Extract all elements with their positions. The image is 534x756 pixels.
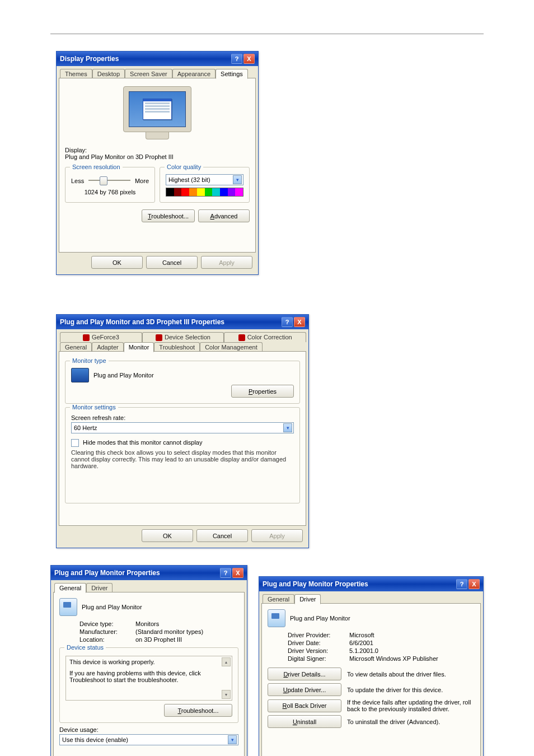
device-status-text: This device is working properly. If you … [65,656,232,701]
location-value: on 3D Prophet III [135,636,182,643]
help-button[interactable]: ? [220,568,231,578]
display-value: Plug and Play Monitor on 3D Prophet III [65,153,250,160]
hide-modes-description: Clearing this check box allows you to se… [71,449,294,469]
chevron-down-icon[interactable]: ▾ [283,423,292,432]
color-quality-title: Color quality [165,164,203,170]
update-driver-description: To update the driver for this device. [347,687,475,693]
driver-provider-value: Microsoft [349,632,374,638]
monitor-type-group: Monitor type Plug and Play Monitor Prope… [65,361,300,404]
window-title: Plug and Play Monitor and 3D Prophet III… [60,318,224,326]
device-usage-value: Use this device (enable) [62,736,128,743]
device-name: Plug and Play Monitor [290,615,350,622]
titlebar[interactable]: Display Properties ? X [57,52,258,66]
help-button[interactable]: ? [456,579,467,589]
apply-button[interactable]: Apply [251,529,303,542]
device-status-group: Device status This device is working pro… [59,647,238,723]
scroll-up-icon[interactable]: ▴ [222,657,231,666]
color-swatch [166,188,243,197]
advanced-button[interactable]: Advanced [198,209,250,222]
hide-modes-label: Hide modes that this monitor cannot disp… [83,439,202,446]
driver-details-description: To view details about the driver files. [347,671,475,678]
close-button[interactable]: X [232,568,243,578]
nvidia-icon [156,334,162,341]
device-type-label: Device type: [79,620,135,627]
tab-settings[interactable]: Settings [216,69,248,79]
troubleshoot-button[interactable]: Troubleshoot... [164,704,232,717]
rollback-driver-button[interactable]: Roll Back Driver [268,699,341,712]
refresh-rate-select[interactable]: 60 Hertz ▾ [71,422,294,433]
monitor-settings-title: Monitor settings [70,404,118,410]
device-status-title: Device status [64,644,106,651]
nvidia-icon [83,334,90,341]
close-button[interactable]: X [243,54,255,64]
uninstall-description: To uninstall the driver (Advanced). [347,718,475,725]
display-properties-dialog: Display Properties ? X Themes Desktop Sc… [56,51,259,275]
nvidia-icon [238,334,245,341]
device-usage-label: Device usage: [59,726,99,733]
driver-date-label: Driver Date: [288,640,349,646]
device-icon [268,609,285,627]
device-name: Plug and Play Monitor [82,604,142,610]
tab-general[interactable]: General [54,583,86,593]
uninstall-button[interactable]: Uninstall [268,715,341,728]
close-button[interactable]: X [294,317,305,327]
window-title: Display Properties [60,55,119,63]
scroll-down-icon[interactable]: ▾ [222,690,231,699]
monitor-preview [118,86,196,142]
device-icon [59,598,77,616]
screen-resolution-title: Screen resolution [70,164,123,170]
monitor-icon [71,368,89,382]
refresh-rate-value: 60 Hertz [74,424,97,431]
device-type-value: Monitors [135,620,159,627]
digital-signer-value: Microsoft Windows XP Publisher [349,655,438,662]
color-quality-value: Highest (32 bit) [168,176,210,183]
tab-driver[interactable]: Driver [294,594,321,604]
ok-button[interactable]: OK [91,256,143,269]
tab-monitor[interactable]: Monitor [124,342,154,352]
troubleshoot-button[interactable]: Troubleshoot... [142,209,195,222]
display-label: Display: [65,147,250,153]
driver-date-value: 6/6/2001 [349,640,373,646]
resolution-slider[interactable] [86,175,133,186]
properties-button[interactable]: Properties [231,385,294,398]
location-label: Location: [79,636,135,643]
manufacturer-label: Manufacturer: [79,628,135,635]
digital-signer-label: Digital Signer: [288,655,349,662]
close-button[interactable]: X [469,579,480,589]
help-button[interactable]: ? [231,54,242,64]
monitor-properties-driver-dialog: Plug and Play Monitor Properties ? X Gen… [259,576,484,756]
driver-details-button[interactable]: Driver Details... [268,668,341,680]
titlebar[interactable]: Plug and Play Monitor Properties ? X [51,566,247,580]
page-divider [50,34,484,34]
cancel-button[interactable]: Cancel [196,529,248,542]
slider-thumb[interactable] [100,176,107,185]
help-button[interactable]: ? [282,317,293,327]
tab-geforce3[interactable]: GeForce3 [60,332,142,342]
tab-color-correction[interactable]: Color Correction [224,332,306,342]
device-usage-select[interactable]: Use this device (enable) ▾ [59,734,238,745]
color-quality-group: Color quality Highest (32 bit) ▾ [160,167,250,203]
screen-resolution-group: Screen resolution Less More 1024 by 768 … [65,167,155,203]
hide-modes-checkbox[interactable] [71,439,79,447]
update-driver-button[interactable]: Update Driver... [268,683,341,696]
window-title: Plug and Play Monitor Properties [54,569,160,577]
refresh-rate-label: Screen refresh rate: [71,414,125,421]
titlebar[interactable]: Plug and Play Monitor Properties ? X [259,577,483,591]
tab-device-selection[interactable]: Device Selection [142,332,224,342]
monitor-properties-general-dialog: Plug and Play Monitor Properties ? X Gen… [50,565,247,756]
driver-provider-label: Driver Provider: [288,632,349,638]
color-quality-select[interactable]: Highest (32 bit) ▾ [166,174,243,185]
rollback-driver-description: If the device fails after updating the d… [347,699,475,712]
monitor-type-value: Plug and Play Monitor [93,372,154,379]
ok-button[interactable]: OK [142,529,193,542]
resolution-value: 1024 by 768 pixels [71,189,149,195]
manufacturer-value: (Standard monitor types) [135,628,203,635]
window-title: Plug and Play Monitor Properties [263,580,368,588]
chevron-down-icon[interactable]: ▾ [233,175,242,184]
cancel-button[interactable]: Cancel [146,256,198,269]
driver-version-label: Driver Version: [288,647,349,654]
chevron-down-icon[interactable]: ▾ [228,735,237,744]
apply-button[interactable]: Apply [201,256,252,269]
monitor-type-title: Monitor type [70,357,109,364]
titlebar[interactable]: Plug and Play Monitor and 3D Prophet III… [57,315,308,329]
